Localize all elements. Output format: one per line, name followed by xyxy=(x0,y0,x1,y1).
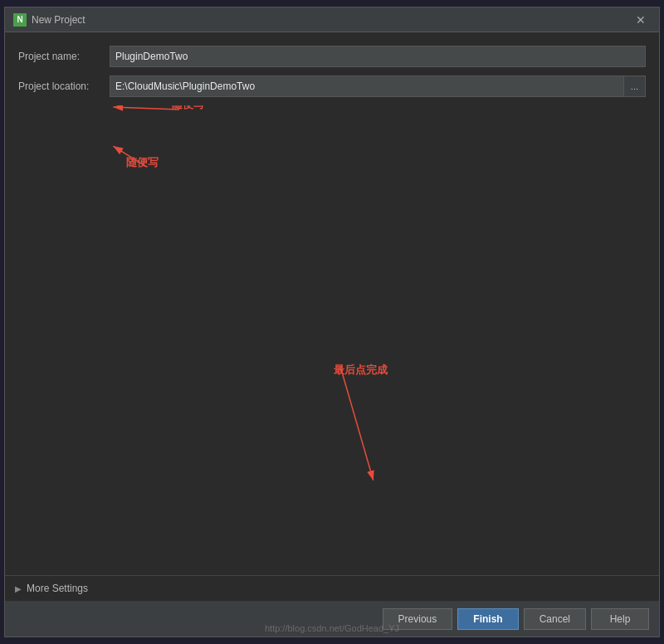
browse-button[interactable]: ... xyxy=(623,76,646,97)
previous-button[interactable]: Previous xyxy=(383,608,453,630)
more-settings-triangle-icon: ▶ xyxy=(15,584,22,593)
annotation-location-text: 随便写 xyxy=(126,155,159,170)
project-location-input[interactable] xyxy=(110,76,623,97)
project-location-field-group: ... xyxy=(110,76,646,97)
finish-button[interactable]: Finish xyxy=(457,608,518,630)
project-location-row: Project location: ... xyxy=(18,76,646,97)
dialog-title: New Project xyxy=(32,14,85,26)
annotation-name-text: 随便写 xyxy=(172,105,204,112)
project-name-row: Project name: xyxy=(18,46,646,67)
title-bar: N New Project ✕ xyxy=(5,7,659,32)
footer-section: ▶ More Settings Previous Finish Cancel H… xyxy=(5,575,659,637)
project-location-label: Project location: xyxy=(18,80,110,92)
annotations-overlay xyxy=(18,105,646,562)
help-button[interactable]: Help xyxy=(591,608,649,630)
new-project-dialog: N New Project ✕ Project name: Project lo… xyxy=(4,7,660,637)
button-row: Previous Finish Cancel Help xyxy=(5,602,659,637)
annotation-finish-text: 最后点完成 xyxy=(334,363,388,378)
project-name-label: Project name: xyxy=(18,51,110,62)
svg-line-1 xyxy=(113,107,179,110)
dialog-content: Project name: Project location: ... xyxy=(5,32,659,575)
dialog-icon: N xyxy=(13,13,27,27)
more-settings-row[interactable]: ▶ More Settings xyxy=(5,576,659,602)
close-button[interactable]: ✕ xyxy=(631,12,651,28)
svg-line-2 xyxy=(113,146,146,167)
svg-line-3 xyxy=(340,366,374,481)
cancel-button[interactable]: Cancel xyxy=(524,608,586,630)
main-area: 随便写 随便写 最后点完成 xyxy=(18,105,646,562)
project-name-input[interactable] xyxy=(110,46,646,67)
title-bar-left: N New Project xyxy=(13,13,85,27)
more-settings-label: More Settings xyxy=(27,583,88,594)
